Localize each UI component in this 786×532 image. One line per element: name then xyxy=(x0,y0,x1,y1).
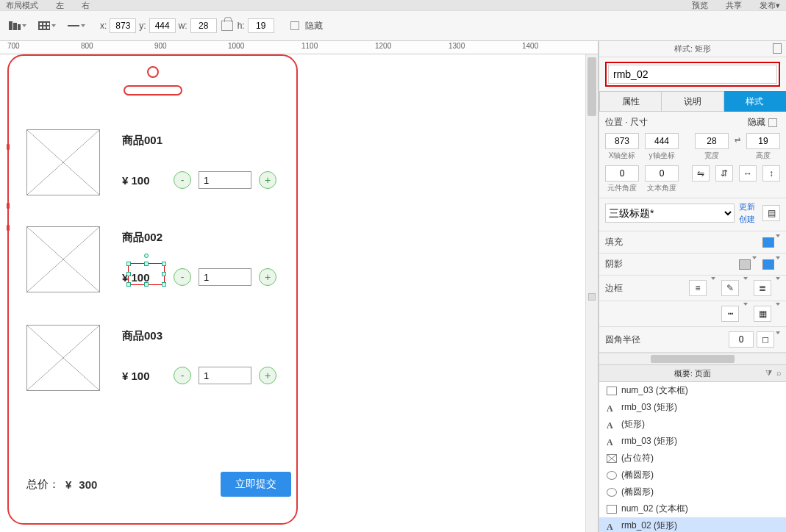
decrement-button[interactable]: - xyxy=(174,268,191,286)
canvas-area[interactable]: 700 800 900 1000 1100 1200 1300 1400 商品0… xyxy=(0,41,599,532)
border-color-button[interactable]: ✎ xyxy=(721,280,739,296)
ruler-tick: 1300 xyxy=(449,42,465,50)
y-input[interactable] xyxy=(149,18,176,33)
menu-preview[interactable]: 预览 xyxy=(692,0,708,11)
panel-h-scrollbar[interactable] xyxy=(599,353,786,364)
align-v-button[interactable]: ↕ xyxy=(762,165,780,181)
ruler-tick: 800 xyxy=(81,42,93,50)
cap: y轴坐标 xyxy=(645,151,679,161)
link-wh-icon[interactable]: ⇄ xyxy=(735,136,740,144)
search-icon[interactable]: ⌕ xyxy=(776,368,782,378)
border-sides-button[interactable]: ▦ xyxy=(754,306,771,322)
fill-label: 填充 xyxy=(605,236,762,248)
menu-publish[interactable]: 发布▾ xyxy=(760,0,780,11)
style-preset-select[interactable]: 三级标题* xyxy=(605,204,735,223)
outline-item[interactable]: Armb_02 (矩形) xyxy=(599,517,786,532)
outline-item[interactable]: A(矩形) xyxy=(599,416,786,433)
decrement-button[interactable]: - xyxy=(174,171,191,189)
vertical-scrollbar[interactable] xyxy=(585,54,598,532)
outline-item[interactable]: Armb_03 (矩形) xyxy=(599,399,786,416)
product-row: 商品001 ¥ 100 - + xyxy=(26,129,291,195)
radius-corners-button[interactable]: ◻ xyxy=(757,331,774,348)
align-h-button[interactable]: ↔ xyxy=(739,165,757,181)
x-input[interactable] xyxy=(110,18,136,33)
menu-item[interactable]: 左 xyxy=(56,0,64,11)
menu-share[interactable]: 共享 xyxy=(726,0,742,11)
name-highlight xyxy=(605,62,780,87)
filter-icon[interactable]: ⧩ xyxy=(765,368,772,378)
menu-item[interactable]: 右 xyxy=(82,0,90,11)
circ-icon xyxy=(607,471,617,480)
selection-highlight xyxy=(128,263,165,285)
outline-item[interactable]: (椭圆形) xyxy=(599,467,786,484)
hide-checkbox[interactable] xyxy=(290,21,299,30)
border-label: 边框 xyxy=(605,282,686,295)
tab-properties[interactable]: 属性 xyxy=(599,91,662,112)
decrement-button[interactable]: - xyxy=(174,367,191,384)
outline-item-label: rmb_03 (矩形) xyxy=(621,435,677,447)
tab-notes[interactable]: 说明 xyxy=(662,91,724,112)
total-value: 300 xyxy=(79,478,97,491)
angle-el-input[interactable] xyxy=(605,165,639,181)
align-tool[interactable] xyxy=(6,19,29,32)
pos-y-input[interactable] xyxy=(645,133,679,149)
product-row: 商品003 ¥ 100 - + xyxy=(26,325,291,391)
section-position-title: 位置 · 尺寸 xyxy=(605,116,648,129)
border-width-button[interactable]: ≣ xyxy=(754,280,771,296)
quantity-input[interactable] xyxy=(199,171,251,189)
radius-input[interactable] xyxy=(729,331,754,348)
tab-style[interactable]: 样式 xyxy=(724,91,786,112)
outline-tree[interactable]: num_03 (文本框)Armb_03 (矩形)A(矩形)Armb_03 (矩形… xyxy=(599,382,786,532)
shadow-outer-swatch[interactable] xyxy=(739,259,751,270)
total-label: 总价： xyxy=(26,478,60,492)
footer-row: 总价： ¥ 300 立即提交 xyxy=(26,472,291,497)
hide-checkbox[interactable] xyxy=(768,118,777,127)
flip-h-button[interactable]: ⇋ xyxy=(692,165,710,181)
increment-button[interactable]: + xyxy=(259,268,276,286)
inspector-title: 样式: 矩形 xyxy=(599,41,786,57)
y-label: y: xyxy=(139,21,146,31)
cap: 高度 xyxy=(746,151,780,161)
style-more-button[interactable]: ▤ xyxy=(762,205,780,221)
link-update[interactable]: 更新 xyxy=(739,201,755,212)
quantity-input[interactable] xyxy=(199,367,251,384)
page-icon[interactable] xyxy=(773,43,782,54)
pos-w-input[interactable] xyxy=(695,133,729,149)
outline-item[interactable]: (占位符) xyxy=(599,450,786,467)
link-create[interactable]: 创建 xyxy=(739,214,755,225)
outline-item-label: rmb_02 (矩形) xyxy=(621,520,677,532)
flip-v-button[interactable]: ⇵ xyxy=(715,165,733,181)
outline-item[interactable]: num_02 (文本框) xyxy=(599,500,786,517)
align-icon xyxy=(9,21,21,30)
border-dash-button[interactable]: ┅ xyxy=(721,306,739,322)
A-icon: A xyxy=(607,522,617,531)
angle-txt-input[interactable] xyxy=(645,165,679,181)
menu-item[interactable]: 布局模式 xyxy=(6,0,38,11)
outline-item[interactable]: num_03 (文本框) xyxy=(599,382,786,399)
fill-swatch[interactable] xyxy=(762,237,774,248)
image-placeholder[interactable] xyxy=(26,226,100,292)
image-placeholder[interactable] xyxy=(26,129,100,195)
distribute-tool[interactable] xyxy=(35,19,59,32)
cap: 元件角度 xyxy=(605,183,639,193)
rect-icon xyxy=(607,505,617,514)
border-style-button[interactable]: ≡ xyxy=(689,280,707,296)
w-input[interactable] xyxy=(190,18,217,33)
ruler-tick: 1400 xyxy=(522,42,538,50)
shadow-inner-swatch[interactable] xyxy=(762,259,774,270)
h-input[interactable] xyxy=(248,18,274,33)
image-placeholder[interactable] xyxy=(26,325,100,391)
pos-x-input[interactable] xyxy=(605,133,639,149)
increment-button[interactable]: + xyxy=(259,171,276,189)
widget-name-input[interactable] xyxy=(608,65,777,84)
increment-button[interactable]: + xyxy=(259,367,276,384)
outline-item-label: (矩形) xyxy=(621,418,645,431)
pos-h-input[interactable] xyxy=(746,133,780,149)
lock-aspect-icon[interactable] xyxy=(221,21,233,31)
submit-button[interactable]: 立即提交 xyxy=(221,472,291,497)
quantity-input[interactable] xyxy=(199,268,251,286)
outline-item[interactable]: (椭圆形) xyxy=(599,484,786,500)
menu-bar: 布局模式 左 右 预览 共享 发布▾ xyxy=(0,0,786,10)
outline-item[interactable]: Armb_03 (矩形) xyxy=(599,433,786,450)
hline-tool[interactable] xyxy=(65,19,88,32)
